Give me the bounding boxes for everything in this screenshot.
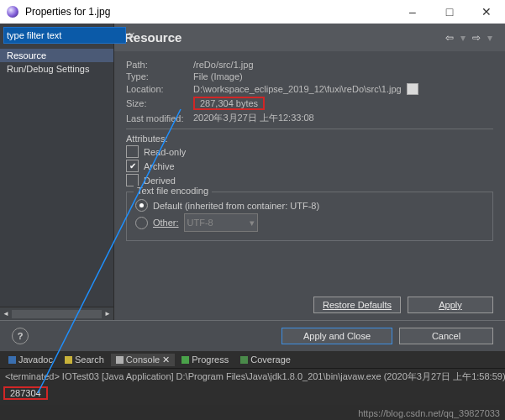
category-tree: Resource Run/Debug Settings [0,47,113,307]
console-launch-line: <terminated> IOTest03 [Java Application]… [0,369,505,385]
derived-label: Derived [144,176,176,186]
console-icon [116,356,124,364]
scroll-left-icon[interactable]: ◄ [0,307,12,320]
chevron-down-icon: ▾ [250,218,255,228]
apply-and-close-button[interactable]: Apply and Close [281,328,392,344]
close-tab-icon[interactable]: ✕ [162,354,170,365]
window-close-button[interactable]: ✕ [468,0,505,24]
archive-label: Archive [144,161,175,171]
back-icon[interactable]: ⇦ [443,32,456,44]
sidebar-horizontal-scrollbar[interactable]: ◄ ► [0,307,113,320]
window-minimize-button[interactable]: – [394,0,431,24]
readonly-label: Read-only [144,147,186,157]
encoding-group-title: Text file encoding [134,186,212,196]
sidebar-item-run-debug[interactable]: Run/Debug Settings [0,62,113,76]
encoding-default-radio[interactable] [135,199,148,212]
type-value: File (Image) [193,71,493,81]
show-in-explorer-icon[interactable] [407,83,418,95]
location-label: Location: [126,84,193,94]
encoding-group: Text file encoding Default (inherited fr… [126,192,493,241]
tab-console[interactable]: Console ✕ [111,354,175,366]
javadoc-icon [8,356,16,364]
eclipse-app-icon [5,4,20,19]
watermark: https://blog.csdn.net/qq_39827033 [358,408,500,418]
tab-coverage[interactable]: Coverage [235,354,296,365]
workbench-bottom: Javadoc Search Console ✕ Progress Covera… [0,351,505,405]
restore-defaults-button[interactable]: Restore Defaults [313,297,401,313]
readonly-checkbox[interactable] [126,145,139,158]
tab-search[interactable]: Search [60,354,109,365]
encoding-other-label: Other: [153,218,179,228]
search-icon [65,356,72,364]
progress-icon [181,356,189,364]
category-sidebar: ✕ Resource Run/Debug Settings ◄ ► [0,24,114,320]
sidebar-item-resource[interactable]: Resource [0,49,113,62]
forward-icon[interactable]: ⇨ [470,32,483,44]
location-value: D:\workspace_eclipse_2019_12\fuxi\reDo\s… [193,84,402,94]
type-label: Type: [126,71,193,81]
window-maximize-button[interactable]: □ [431,0,468,24]
modified-value: 2020年3月27日 上午12:33:08 [193,112,493,124]
scroll-right-icon[interactable]: ► [102,307,113,320]
console-output-value: 287304 [3,386,48,400]
encoding-select[interactable]: UTF-8 ▾ [184,213,258,232]
forward-dropdown-icon[interactable]: ▾ [485,32,495,44]
view-tab-strip: Javadoc Search Console ✕ Progress Covera… [0,351,505,369]
coverage-icon [240,356,248,364]
size-label: Size: [126,98,193,108]
tab-search-label: Search [75,354,104,365]
dialog-footer: ? Apply and Close Cancel [0,320,505,351]
tab-javadoc[interactable]: Javadoc [3,354,58,365]
panel-header: Resource ⇦ ▾ ⇨ ▾ [114,24,505,51]
properties-dialog: ✕ Resource Run/Debug Settings ◄ ► Resour… [0,24,505,351]
size-value: 287,304 bytes [193,97,265,110]
apply-button[interactable]: Apply [408,297,493,313]
tab-progress[interactable]: Progress [176,354,234,365]
filter-input[interactable] [3,27,126,44]
help-icon[interactable]: ? [12,328,29,344]
path-label: Path: [126,60,193,70]
path-value: /reDo/src/1.jpg [193,60,493,70]
tab-javadoc-label: Javadoc [18,354,53,365]
tab-coverage-label: Coverage [250,354,291,365]
resource-panel: Resource ⇦ ▾ ⇨ ▾ Path: /reDo/src/1.jpg T… [114,24,505,320]
back-dropdown-icon[interactable]: ▾ [458,32,468,44]
window-titlebar: Properties for 1.jpg – □ ✕ [0,0,505,24]
window-title: Properties for 1.jpg [25,6,110,18]
derived-checkbox[interactable] [126,174,139,186]
tab-progress-label: Progress [192,354,229,365]
encoding-default-label: Default (inherited from container: UTF-8… [153,201,319,211]
tab-console-label: Console [126,354,160,365]
clear-filter-icon[interactable]: ✕ [128,29,135,41]
encoding-other-radio[interactable] [135,217,148,229]
encoding-select-value: UTF-8 [187,218,213,228]
modified-label: Last modified: [126,113,193,123]
attributes-label: Attributes: [126,134,493,144]
cancel-button[interactable]: Cancel [399,328,493,344]
archive-checkbox[interactable] [126,160,139,172]
